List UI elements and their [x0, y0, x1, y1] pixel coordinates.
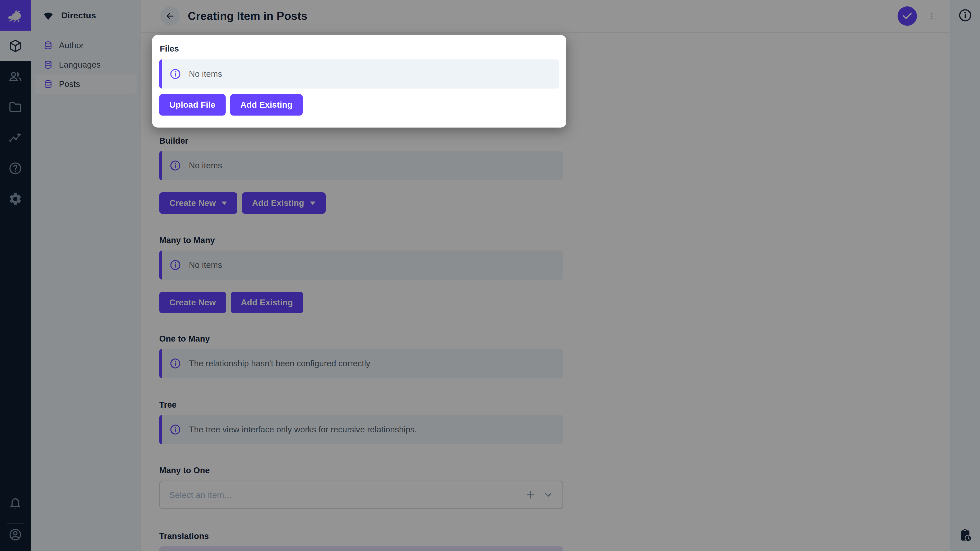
files-field-card: Files No items Upload File Add Existing	[152, 35, 566, 127]
field-label: Files	[160, 44, 559, 54]
button-label: Add Existing	[240, 100, 293, 110]
info-icon	[169, 68, 181, 80]
button-label: Upload File	[169, 100, 215, 110]
notice-text: No items	[189, 69, 222, 79]
add-existing-button[interactable]: Add Existing	[230, 94, 303, 116]
empty-notice: No items	[159, 59, 559, 89]
upload-file-button[interactable]: Upload File	[159, 94, 226, 116]
